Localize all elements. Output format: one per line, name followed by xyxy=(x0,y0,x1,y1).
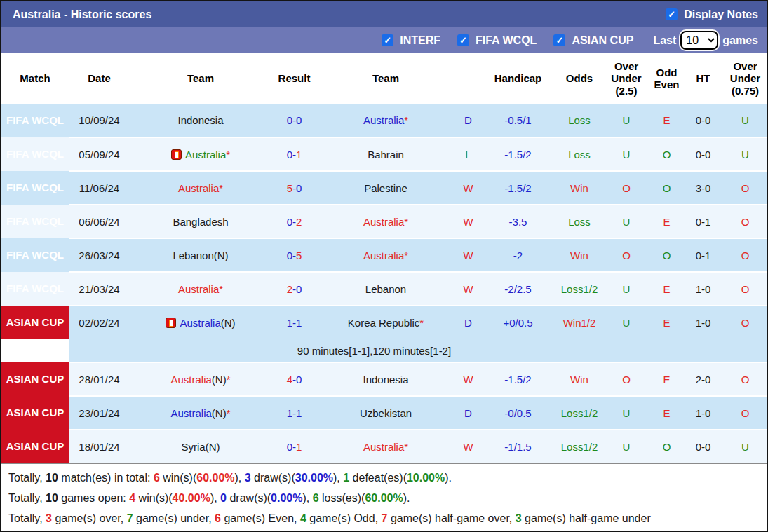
match-competition: ASIAN CUP xyxy=(1,430,69,463)
result-letter: D xyxy=(454,396,482,430)
home-team: Australia* xyxy=(130,171,271,205)
match-date: 18/01/24 xyxy=(69,430,130,463)
display-notes-checkbox[interactable]: ✓ xyxy=(666,8,678,20)
text-segment: match(es) in total: xyxy=(58,472,154,484)
text-segment: Australia xyxy=(363,114,404,126)
filter-bar: ✓ INTERF ✓ FIFA WCQL ✓ ASIAN CUP Last 10… xyxy=(1,27,767,53)
text-segment: O xyxy=(741,216,750,228)
text-segment: 0-0 xyxy=(696,441,711,453)
text-segment: 2 xyxy=(287,283,292,295)
handicap: -0.5/1 xyxy=(482,104,554,137)
match-competition: FIFA WCQL xyxy=(1,238,69,272)
text-segment: -3.5 xyxy=(509,216,527,228)
text-segment: Korea Republic xyxy=(348,317,420,329)
text-segment: U xyxy=(741,441,749,453)
text-segment: * xyxy=(219,283,223,295)
text-segment: U xyxy=(623,283,631,295)
score: 5-0 xyxy=(271,171,317,205)
text-segment: U xyxy=(623,441,631,453)
text-segment: Win xyxy=(570,250,588,261)
text-segment: U xyxy=(741,114,749,126)
text-segment: 10 xyxy=(46,472,58,484)
display-notes-group: ✓ Display Notes xyxy=(666,8,758,21)
result-letter: L xyxy=(454,137,482,171)
home-team: Australia* xyxy=(130,272,271,306)
handicap: -1.5/2 xyxy=(482,171,554,205)
text-segment: 0 xyxy=(296,374,302,386)
header-team-home: Team xyxy=(130,53,271,104)
text-segment: Win xyxy=(570,374,588,386)
fifa-wcql-checkbox[interactable]: ✓ xyxy=(457,34,469,46)
handicap: -3.5 xyxy=(482,205,554,238)
header-odds: Odds xyxy=(554,53,605,104)
text-segment: -0.5/1 xyxy=(504,114,531,126)
text-segment: L xyxy=(465,149,471,161)
odd-even: E xyxy=(648,396,685,430)
text-segment: E xyxy=(663,407,670,419)
text-segment: O xyxy=(741,250,750,261)
half-time-score: 3-0 xyxy=(685,171,721,205)
text-segment: 6 xyxy=(154,472,160,484)
over-under-075: U xyxy=(721,104,768,137)
text-segment: 2 xyxy=(296,216,302,228)
match-date: 02/02/24 xyxy=(69,306,130,339)
text-segment: ), xyxy=(210,492,220,504)
text-segment: Bahrain xyxy=(368,149,404,161)
table-row: FIFA WCQL21/03/24Australia*2-0LebanonW-2… xyxy=(1,272,768,306)
text-segment: U xyxy=(741,149,749,161)
table-row: FIFA WCQL05/09/24Australia*0-1BahrainL-1… xyxy=(1,137,768,171)
over-under-075: O xyxy=(721,362,768,396)
text-segment: 6 xyxy=(215,512,221,524)
text-segment: O xyxy=(663,250,671,261)
text-segment: ), xyxy=(302,492,312,504)
header-over-under-25: Over Under (2.5) xyxy=(605,53,648,104)
over-under-075: O xyxy=(721,306,768,339)
text-segment: +0/0.5 xyxy=(503,317,532,329)
text-segment: Lebanon xyxy=(365,283,406,295)
text-segment: 3-0 xyxy=(696,182,711,194)
page-title: Australia - Historic scores xyxy=(13,8,151,21)
odd-even: E xyxy=(648,205,685,238)
text-segment: Australia xyxy=(170,407,211,419)
home-team: Australia* xyxy=(130,137,271,171)
text-segment: Loss xyxy=(568,149,591,161)
over-under-25: U xyxy=(605,104,648,137)
text-segment: O xyxy=(663,182,671,194)
text-segment: game(s) over, xyxy=(52,512,127,524)
asian-cup-checkbox[interactable]: ✓ xyxy=(553,34,565,46)
text-segment: 60.00% xyxy=(196,472,234,484)
handicap: -1.5/2 xyxy=(482,362,554,396)
text-segment: game(s) under, xyxy=(133,512,215,524)
text-segment: * xyxy=(419,317,424,329)
text-segment: 1 xyxy=(343,472,349,484)
text-segment: Australia xyxy=(363,250,404,261)
home-team: Australia(N) xyxy=(130,306,271,339)
text-segment: game(s) half-game over, xyxy=(387,512,515,524)
away-team: Australia* xyxy=(317,205,454,238)
extra-time-note-row: 90 minutes[1-1],120 minutes[1-2] xyxy=(1,339,768,362)
home-team: Lebanon(N) xyxy=(130,238,271,272)
interf-checkbox[interactable]: ✓ xyxy=(382,34,393,46)
text-segment: W xyxy=(463,216,473,228)
text-segment: game(s) Odd, xyxy=(306,512,382,524)
last-games-select[interactable]: 10 xyxy=(680,31,718,50)
text-segment: 0-0 xyxy=(696,149,711,161)
text-segment: O xyxy=(741,182,750,194)
text-segment: U xyxy=(623,149,631,161)
result-letter: W xyxy=(454,362,482,396)
text-segment: 4 xyxy=(287,374,292,386)
display-notes-label: Display Notes xyxy=(684,8,758,21)
text-segment: U xyxy=(623,407,631,419)
text-segment: Lebanon(N) xyxy=(173,250,228,261)
handicap-odds: Loss xyxy=(554,205,605,238)
text-segment: win(s)( xyxy=(160,472,196,484)
match-date: 11/06/24 xyxy=(69,171,130,205)
header-wdl xyxy=(454,53,482,104)
text-segment: * xyxy=(404,441,408,453)
match-date: 28/01/24 xyxy=(69,362,130,396)
text-segment: (N) xyxy=(221,317,236,329)
handicap-odds: Win xyxy=(554,362,605,396)
match-date: 10/09/24 xyxy=(69,104,130,137)
text-segment: D xyxy=(464,407,472,419)
score: 2-0 xyxy=(271,272,317,306)
